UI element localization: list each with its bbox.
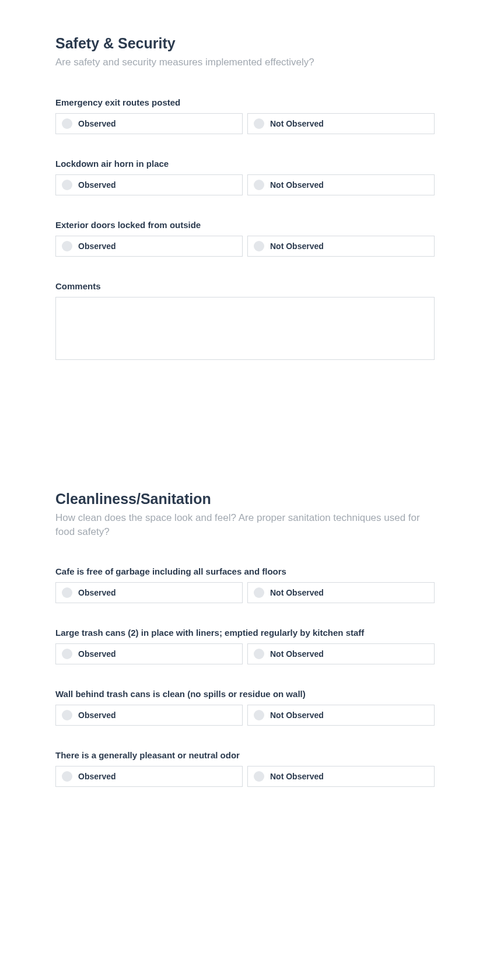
comments-textarea[interactable] bbox=[55, 297, 435, 360]
options-row: Observed Not Observed bbox=[55, 705, 435, 726]
radio-icon bbox=[62, 649, 72, 659]
radio-icon bbox=[62, 180, 72, 190]
question-label: Large trash cans (2) in place with liner… bbox=[55, 628, 435, 638]
options-row: Observed Not Observed bbox=[55, 174, 435, 195]
comments-block: Comments bbox=[55, 281, 435, 362]
option-label: Not Observed bbox=[270, 242, 324, 251]
question-block: Wall behind trash cans is clean (no spil… bbox=[55, 689, 435, 726]
radio-icon bbox=[254, 649, 264, 659]
option-label: Not Observed bbox=[270, 772, 324, 781]
question-label: Lockdown air horn in place bbox=[55, 159, 435, 169]
question-label: There is a generally pleasant or neutral… bbox=[55, 750, 435, 760]
question-label: Exterior doors locked from outside bbox=[55, 220, 435, 230]
options-row: Observed Not Observed bbox=[55, 582, 435, 603]
options-row: Observed Not Observed bbox=[55, 236, 435, 257]
option-not-observed[interactable]: Not Observed bbox=[247, 766, 435, 787]
radio-icon bbox=[62, 118, 72, 129]
section-cleanliness-sanitation: Cleanliness/Sanitation How clean does th… bbox=[55, 491, 435, 788]
option-label: Not Observed bbox=[270, 119, 324, 128]
section-title: Safety & Security bbox=[55, 35, 435, 52]
question-block: Large trash cans (2) in place with liner… bbox=[55, 628, 435, 664]
option-observed[interactable]: Observed bbox=[55, 174, 243, 195]
option-observed[interactable]: Observed bbox=[55, 113, 243, 134]
option-observed[interactable]: Observed bbox=[55, 766, 243, 787]
section-title: Cleanliness/Sanitation bbox=[55, 491, 435, 508]
radio-icon bbox=[254, 710, 264, 720]
radio-icon bbox=[62, 241, 72, 251]
option-not-observed[interactable]: Not Observed bbox=[247, 643, 435, 664]
option-label: Observed bbox=[78, 119, 116, 128]
section-safety-security: Safety & Security Are safety and securit… bbox=[55, 35, 435, 362]
option-label: Not Observed bbox=[270, 649, 324, 659]
option-observed[interactable]: Observed bbox=[55, 582, 243, 603]
option-not-observed[interactable]: Not Observed bbox=[247, 236, 435, 257]
option-observed[interactable]: Observed bbox=[55, 643, 243, 664]
question-block: There is a generally pleasant or neutral… bbox=[55, 750, 435, 787]
question-label: Cafe is free of garbage including all su… bbox=[55, 566, 435, 576]
radio-icon bbox=[254, 587, 264, 598]
options-row: Observed Not Observed bbox=[55, 643, 435, 664]
option-not-observed[interactable]: Not Observed bbox=[247, 582, 435, 603]
option-label: Not Observed bbox=[270, 180, 324, 190]
option-not-observed[interactable]: Not Observed bbox=[247, 113, 435, 134]
option-label: Not Observed bbox=[270, 710, 324, 720]
radio-icon bbox=[254, 771, 264, 782]
option-label: Not Observed bbox=[270, 588, 324, 597]
option-observed[interactable]: Observed bbox=[55, 705, 243, 726]
comments-label: Comments bbox=[55, 281, 435, 291]
option-label: Observed bbox=[78, 772, 116, 781]
option-not-observed[interactable]: Not Observed bbox=[247, 174, 435, 195]
option-label: Observed bbox=[78, 710, 116, 720]
radio-icon bbox=[254, 118, 264, 129]
option-label: Observed bbox=[78, 649, 116, 659]
section-subtitle: Are safety and security measures impleme… bbox=[55, 55, 435, 69]
radio-icon bbox=[254, 180, 264, 190]
option-observed[interactable]: Observed bbox=[55, 236, 243, 257]
options-row: Observed Not Observed bbox=[55, 113, 435, 134]
option-label: Observed bbox=[78, 242, 116, 251]
option-not-observed[interactable]: Not Observed bbox=[247, 705, 435, 726]
options-row: Observed Not Observed bbox=[55, 766, 435, 787]
radio-icon bbox=[62, 710, 72, 720]
question-block: Exterior doors locked from outside Obser… bbox=[55, 220, 435, 257]
option-label: Observed bbox=[78, 588, 116, 597]
option-label: Observed bbox=[78, 180, 116, 190]
section-subtitle: How clean does the space look and feel? … bbox=[55, 511, 435, 539]
radio-icon bbox=[62, 587, 72, 598]
question-label: Emergency exit routes posted bbox=[55, 97, 435, 107]
question-block: Emergency exit routes posted Observed No… bbox=[55, 97, 435, 134]
radio-icon bbox=[254, 241, 264, 251]
question-block: Lockdown air horn in place Observed Not … bbox=[55, 159, 435, 195]
question-label: Wall behind trash cans is clean (no spil… bbox=[55, 689, 435, 699]
radio-icon bbox=[62, 771, 72, 782]
question-block: Cafe is free of garbage including all su… bbox=[55, 566, 435, 603]
